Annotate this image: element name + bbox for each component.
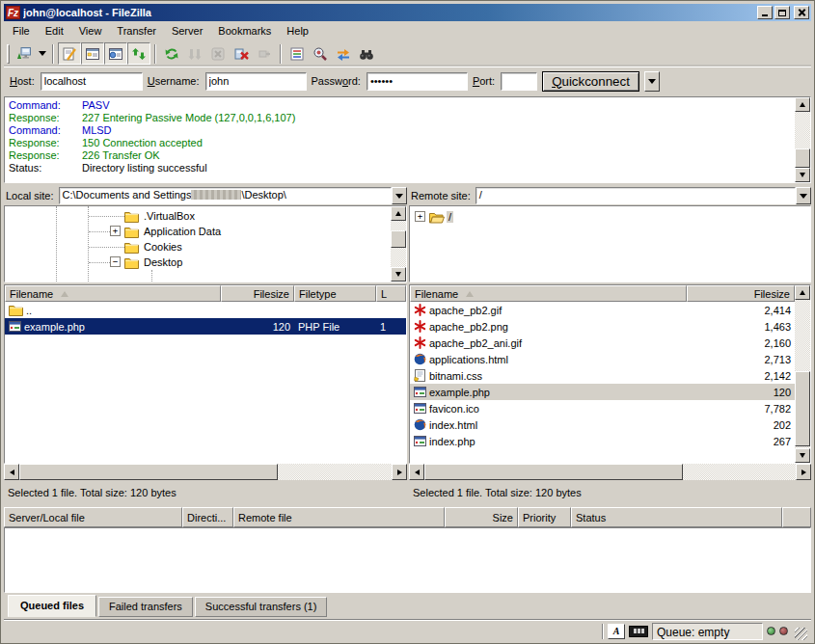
scroll-thumb[interactable] <box>795 148 810 168</box>
send-indicator-led <box>779 627 788 635</box>
site-manager-dropdown-button[interactable] <box>36 42 48 65</box>
file-row-bitnami-css[interactable]: bitnami.css2,142 <box>410 367 795 384</box>
message-log-scrollbar[interactable] <box>795 97 810 182</box>
remote-list-body[interactable]: apache_pb2.gif2,414apache_pb2.png1,463ap… <box>410 302 795 463</box>
local-horizontal-scrollbar[interactable] <box>4 464 407 480</box>
reconnect-button[interactable] <box>253 42 276 65</box>
remote-site-dropdown-button[interactable] <box>796 187 811 204</box>
transfer-queue-body[interactable] <box>4 527 811 593</box>
password-input[interactable] <box>367 72 468 91</box>
scroll-left-button[interactable] <box>409 464 424 480</box>
tree-item-root[interactable]: +/ <box>410 209 810 225</box>
site-manager-button[interactable] <box>13 42 36 65</box>
expand-icon[interactable]: + <box>110 226 121 236</box>
local-site-dropdown-button[interactable] <box>392 187 407 204</box>
scroll-down-button[interactable] <box>795 168 810 182</box>
cell-text: index.php <box>429 436 475 447</box>
column-header-filename[interactable]: Filename <box>410 285 687 302</box>
column-header-size[interactable]: Size <box>445 507 518 527</box>
find-button[interactable] <box>355 42 378 65</box>
remote-site-path[interactable]: / <box>475 187 796 204</box>
menu-bookmarks[interactable]: Bookmarks <box>210 22 279 40</box>
scroll-right-button[interactable] <box>796 464 811 480</box>
file-row-apache-pb2-png[interactable]: apache_pb2.png1,463 <box>410 318 795 335</box>
refresh-button[interactable] <box>160 42 183 65</box>
quickconnect-button[interactable]: Quickconnect <box>542 71 639 92</box>
tab-successful-transfers-1-[interactable]: Successful transfers (1) <box>195 597 328 617</box>
column-header-filetype[interactable]: Filetype <box>294 285 376 302</box>
file-row-index-html[interactable]: index.html202 <box>410 416 795 433</box>
collapse-icon[interactable]: − <box>110 256 121 267</box>
menu-transfer[interactable]: Transfer <box>109 22 164 40</box>
menu-edit[interactable]: Edit <box>38 22 71 40</box>
port-input[interactable] <box>501 72 537 91</box>
scroll-down-button[interactable] <box>795 448 810 463</box>
tree-item-application-data[interactable]: +Application Data <box>5 224 391 239</box>
sync-browsing-button[interactable] <box>332 42 355 65</box>
cell-text: 267 <box>774 436 791 447</box>
menu-help[interactable]: Help <box>279 22 316 40</box>
column-header-filename[interactable]: Filename <box>5 285 221 302</box>
remote-list-scrollbar[interactable] <box>795 285 810 463</box>
local-site-path[interactable]: C:\Documents and Settings\Desktop\ <box>59 187 392 204</box>
scroll-thumb[interactable] <box>424 464 683 480</box>
file-row-applications-html[interactable]: applications.html2,713 <box>410 351 795 367</box>
username-input[interactable] <box>205 72 307 91</box>
column-header-l[interactable]: L <box>376 285 406 302</box>
toggle-message-log-button[interactable] <box>58 42 81 65</box>
quickconnect-dropdown-button[interactable] <box>644 71 660 92</box>
resize-grip[interactable] <box>795 628 807 640</box>
remote-horizontal-scrollbar[interactable] <box>409 464 811 480</box>
scroll-up-button[interactable] <box>795 97 810 112</box>
scroll-thumb[interactable] <box>795 371 810 446</box>
column-header-filesize[interactable]: Filesize <box>221 285 294 302</box>
minimize-button[interactable] <box>757 6 773 19</box>
scroll-up-button[interactable] <box>795 285 810 300</box>
host-input[interactable] <box>41 72 143 91</box>
scroll-right-button[interactable] <box>392 464 407 480</box>
toggle-local-tree-button[interactable] <box>81 42 104 65</box>
menu-file[interactable]: File <box>5 22 38 40</box>
toggle-remote-tree-button[interactable] <box>104 42 127 65</box>
filter-button[interactable] <box>285 42 309 65</box>
close-button[interactable] <box>794 6 809 19</box>
scroll-thumb[interactable] <box>391 230 406 248</box>
scroll-left-button[interactable] <box>4 464 19 480</box>
scroll-up-button[interactable] <box>391 206 406 221</box>
scroll-thumb[interactable] <box>19 464 278 480</box>
tab-failed-transfers[interactable]: Failed transfers <box>98 597 193 617</box>
menu-server[interactable]: Server <box>164 22 210 40</box>
tree-item-cookies[interactable]: Cookies <box>5 239 391 255</box>
cancel-button[interactable] <box>206 42 230 65</box>
local-tree-scrollbar[interactable] <box>391 206 406 282</box>
file-row-example-php[interactable]: example.php120 <box>410 384 795 400</box>
file-row-favicon-ico[interactable]: favicon.ico7,782 <box>410 400 795 416</box>
tree-item--virtualbox[interactable]: .VirtualBox <box>5 208 391 224</box>
column-header-blank[interactable] <box>782 507 811 527</box>
file-row-apache-pb2-gif[interactable]: apache_pb2.gif2,414 <box>410 302 795 318</box>
toggle-queue-button[interactable] <box>127 42 150 65</box>
process-queue-button[interactable] <box>183 42 206 65</box>
column-header-directi-[interactable]: Directi... <box>182 507 233 527</box>
column-header-priority[interactable]: Priority <box>518 507 571 527</box>
menu-view[interactable]: View <box>71 22 110 40</box>
compare-button[interactable] <box>309 42 332 65</box>
column-header-filesize[interactable]: Filesize <box>687 285 795 302</box>
tree-item-desktop[interactable]: −Desktop <box>5 255 391 270</box>
column-header-remote-file[interactable]: Remote file <box>233 507 445 527</box>
local-list-body[interactable]: ..example.php120PHP File1 <box>5 302 406 463</box>
column-header-server-local-file[interactable]: Server/Local file <box>4 507 182 527</box>
expand-icon[interactable]: + <box>415 211 425 222</box>
file-row-example-php[interactable]: example.php120PHP File1 <box>5 318 406 335</box>
local-site-combo[interactable]: C:\Documents and Settings\Desktop\ <box>59 187 407 204</box>
toolbar-grip[interactable] <box>7 44 10 64</box>
maximize-button[interactable] <box>774 6 790 19</box>
file-row-apache-pb2-ani-gif[interactable]: apache_pb2_ani.gif2,160 <box>410 335 795 351</box>
disconnect-button[interactable] <box>230 42 253 65</box>
remote-site-combo[interactable]: / <box>475 187 811 204</box>
file-row-index-php[interactable]: index.php267 <box>410 433 795 449</box>
tab-queued-files[interactable]: Queued files <box>8 595 96 617</box>
file-row--[interactable]: .. <box>5 302 406 318</box>
scroll-down-button[interactable] <box>391 267 406 282</box>
column-header-status[interactable]: Status <box>571 507 782 527</box>
